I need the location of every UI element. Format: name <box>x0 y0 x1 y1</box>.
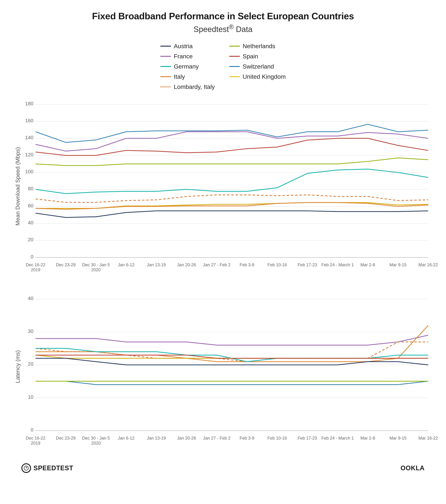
lat-xtick-2: Dec 30 - Jan 5 <box>82 435 110 440</box>
legend-label-france: France <box>174 53 193 60</box>
xtick-0b: 2019 <box>31 267 40 272</box>
charts-container: Mean Download Speed (Mbps) 0 20 40 <box>14 97 432 453</box>
legend-item-lombardy: Lombardy, Italy <box>160 83 215 90</box>
latency-chart: Latency (ms) 0 10 20 30 <box>14 292 432 452</box>
lat-line-switzerland <box>36 381 428 385</box>
legend-line-netherlands <box>229 46 240 47</box>
speedtest-icon <box>24 466 29 471</box>
lat-line-france <box>36 335 428 345</box>
legend-line-spain <box>229 56 240 57</box>
line-austria <box>36 211 428 217</box>
lat-xtick-8: Feb 10-16 <box>268 435 287 440</box>
tick-180: 180 <box>25 101 34 106</box>
xtick-13: Mar 16-22 <box>419 262 438 267</box>
lat-xtick-0b: 2019 <box>31 440 40 445</box>
lat-xtick-4: Jan 13-19 <box>147 435 166 440</box>
xtick-9: Feb 17-23 <box>298 262 317 267</box>
tick-60: 60 <box>28 203 34 208</box>
speedtest-logo-circle <box>21 463 31 473</box>
lat-xtick-1: Dec 23-29 <box>56 435 76 440</box>
tick-120: 120 <box>25 152 34 157</box>
legend-item-france: France <box>160 53 215 60</box>
tick-20: 20 <box>28 237 34 242</box>
legend-label-spain: Spain <box>243 53 258 60</box>
download-chart-wrapper: Mean Download Speed (Mbps) 0 20 40 <box>14 97 432 285</box>
sub-title: Speedtest® Data <box>193 23 252 34</box>
xtick-12: Mar 9-15 <box>390 262 407 267</box>
legend: Austria Netherlands France Spain Germany… <box>160 43 286 90</box>
tick-40: 40 <box>28 220 34 225</box>
line-lombardy <box>36 195 428 202</box>
xtick-10: Feb 24 - March 1 <box>321 262 354 267</box>
lat-tick-0: 0 <box>31 427 34 432</box>
xtick-6: Jan 27 - Feb 2 <box>203 262 231 267</box>
lat-tick-30: 30 <box>28 328 34 334</box>
tick-140: 140 <box>25 135 34 140</box>
tick-160: 160 <box>25 118 34 123</box>
speedtest-label: SPEEDTEST <box>34 464 73 472</box>
lat-tick-10: 10 <box>28 394 34 400</box>
legend-item-spain: Spain <box>229 53 286 60</box>
speedtest-logo: SPEEDTEST <box>21 463 73 473</box>
line-netherlands <box>36 158 428 165</box>
download-y-label: Mean Download Speed (Mbps) <box>15 147 21 225</box>
lat-xtick-12: Mar 9-15 <box>390 435 407 440</box>
xtick-5: Jan 20-26 <box>177 262 196 267</box>
lat-xtick-5: Jan 20-26 <box>177 435 196 440</box>
legend-item-uk: United Kingdom <box>229 73 286 80</box>
ookla-logo: OOKLA <box>400 464 425 472</box>
legend-label-netherlands: Netherlands <box>243 43 275 50</box>
lat-tick-40: 40 <box>28 295 34 301</box>
lat-xtick-6: Jan 27 - Feb 2 <box>203 435 231 440</box>
line-italy <box>36 202 428 209</box>
latency-y-label: Latency (ms) <box>15 350 21 383</box>
lat-xtick-7: Feb 3-9 <box>240 435 254 440</box>
tick-100: 100 <box>25 169 34 174</box>
lat-line-italy <box>36 325 428 361</box>
xtick-1: Dec 23-29 <box>56 262 76 267</box>
legend-line-uk <box>229 76 240 77</box>
line-switzerland <box>36 124 428 143</box>
legend-item-netherlands: Netherlands <box>229 43 286 50</box>
legend-item-austria: Austria <box>160 43 215 50</box>
legend-item-italy: Italy <box>160 73 215 80</box>
legend-label-lombardy: Lombardy, Italy <box>174 83 215 90</box>
line-france <box>36 132 428 151</box>
latency-chart-wrapper: Latency (ms) 0 10 20 30 <box>14 292 432 453</box>
legend-item-germany: Germany <box>160 63 215 70</box>
legend-line-germany <box>160 66 171 67</box>
xtick-8: Feb 10-16 <box>268 262 287 267</box>
legend-label-austria: Austria <box>174 43 193 50</box>
xtick-7: Feb 3-9 <box>240 262 254 267</box>
legend-line-lombardy <box>160 86 171 87</box>
lat-xtick-0: Dec 16-22 <box>26 435 45 440</box>
main-title: Fixed Broadband Performance in Select Eu… <box>92 11 354 21</box>
xtick-0: Dec 16-22 <box>26 262 45 267</box>
ookla-label: OOKLA <box>400 464 425 472</box>
lat-xtick-10: Feb 24 - March 1 <box>321 435 354 440</box>
legend-label-germany: Germany <box>174 63 199 70</box>
lat-xtick-3: Jan 6-12 <box>118 435 135 440</box>
xtick-11: Mar 2-8 <box>360 262 375 267</box>
footer: SPEEDTEST OOKLA <box>14 463 432 473</box>
legend-item-switzerland: Switzerland <box>229 63 286 70</box>
lat-xtick-13: Mar 16-22 <box>419 435 438 440</box>
legend-label-switzerland: Switzerland <box>243 63 274 70</box>
legend-line-switzerland <box>229 66 240 67</box>
xtick-3: Jan 6-12 <box>118 262 135 267</box>
legend-line-italy <box>160 76 171 77</box>
legend-line-france <box>160 56 171 57</box>
legend-label-italy: Italy <box>174 73 185 80</box>
tick-0: 0 <box>31 254 34 259</box>
tick-80: 80 <box>28 186 34 191</box>
legend-label-uk: United Kingdom <box>243 73 286 80</box>
xtick-4: Jan 13-19 <box>147 262 166 267</box>
lat-xtick-9: Feb 17-23 <box>298 435 317 440</box>
xtick-2: Dec 30 - Jan 5 <box>82 262 110 267</box>
page: Fixed Broadband Performance in Select Eu… <box>0 0 446 504</box>
download-chart: Mean Download Speed (Mbps) 0 20 40 <box>14 97 432 284</box>
line-germany <box>36 169 428 194</box>
lat-xtick-2b: 2020 <box>91 440 101 445</box>
lat-xtick-11: Mar 2-8 <box>360 435 375 440</box>
lat-tick-20: 20 <box>28 361 34 367</box>
